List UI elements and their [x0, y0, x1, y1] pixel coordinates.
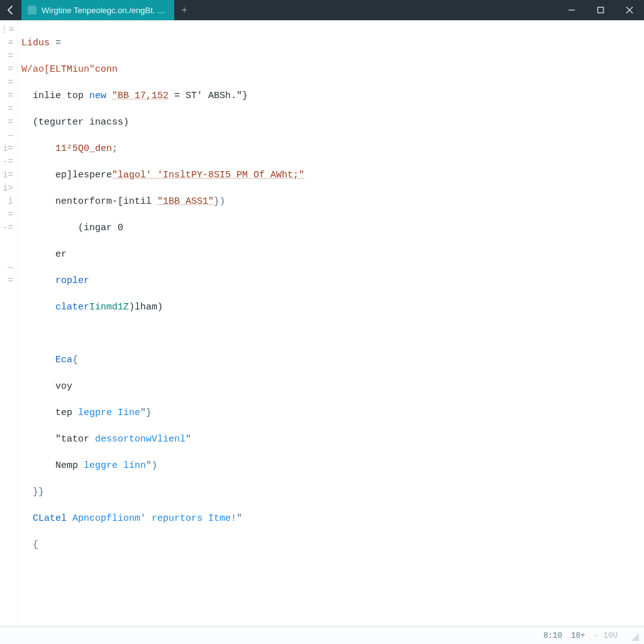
active-tab[interactable]: Wirgtine Tenpeolegc.on./engBt. …	[21, 0, 174, 20]
code-token: CLatel	[33, 513, 72, 524]
gutter-mark: =	[0, 76, 17, 89]
code-token: )lham)	[129, 302, 163, 313]
code-token: = ST' ABSh."}	[169, 91, 248, 101]
code-token: "1BB ASS1"	[157, 196, 214, 207]
maximize-icon	[597, 6, 604, 14]
maximize-button[interactable]	[586, 0, 615, 20]
code-token: inlie top	[33, 91, 89, 101]
gutter-mark: =	[0, 103, 17, 116]
code-token: {	[72, 355, 78, 365]
code-token: conn	[95, 64, 118, 75]
code-token: tep	[55, 408, 78, 418]
tab-title: Wirgtine Tenpeolegc.on./engBt. …	[42, 6, 165, 15]
status-extra: - 10U	[594, 631, 618, 640]
gutter-mark: -=	[0, 221, 17, 235]
code-token: 11²5Q0_den	[55, 143, 112, 154]
gutter-mark: i	[0, 195, 17, 208]
code-token: Lidus	[21, 38, 50, 48]
code-token: ")	[146, 460, 157, 471]
minimize-button[interactable]	[557, 0, 586, 20]
titlebar: Wirgtine Tenpeolegc.on./engBt. … +	[0, 0, 644, 20]
code-token: "tator	[55, 434, 95, 445]
code-token: Eca	[55, 355, 72, 365]
gutter-mark	[0, 235, 17, 248]
gutter-mark: =	[0, 116, 17, 129]
code-token: un"	[78, 64, 95, 75]
status-bar: 8:10 18+ - 10U	[0, 626, 644, 644]
code-token: nentorform-[intil	[55, 196, 157, 207]
gutter-mark: =	[0, 50, 17, 63]
gutter-mark: i=	[0, 142, 17, 155]
code-token: Apncopflionm' repurtors Itme!	[72, 513, 236, 524]
code-token: ropler	[55, 275, 89, 286]
back-button[interactable]	[0, 0, 21, 20]
close-icon	[626, 6, 633, 14]
code-token: (ingar 0	[78, 223, 123, 233]
gutter-mark: i=	[0, 169, 17, 182]
code-token: "lagol' 'InsltPY-8SI5 PM Of AWht;"	[112, 170, 304, 180]
gutter-mark: -=	[0, 155, 17, 169]
gutter-mark: —	[0, 261, 17, 274]
plus-icon: +	[181, 4, 187, 16]
minimize-icon	[568, 6, 575, 14]
code-token: (tegurter inacss)	[33, 117, 129, 128]
code-area[interactable]: Lidus = W/ao[ELTMiun"conn inlie top new …	[18, 21, 644, 626]
svg-rect-1	[598, 8, 604, 13]
code-token: "	[236, 513, 242, 524]
code-token: Nemp	[55, 460, 84, 471]
gutter-mark: =	[0, 274, 17, 287]
gutter-mark: ⋮≡	[0, 23, 17, 36]
code-token: voy	[55, 381, 72, 392]
code-token: "}	[140, 408, 152, 418]
gutter-mark: =	[0, 89, 17, 103]
code-token: new	[89, 91, 112, 101]
code-token: Iinmd1Z	[89, 302, 129, 313]
code-token: leggre linn	[84, 460, 146, 471]
arrow-left-icon	[6, 5, 16, 15]
code-token: dessortonwVlienl	[95, 434, 186, 445]
code-token: ep]lespere	[55, 170, 112, 180]
gutter-mark: i>	[0, 182, 17, 195]
code-token: "BB 17,152	[112, 91, 169, 101]
gutter-mark: =	[0, 208, 17, 221]
window-controls	[557, 0, 644, 20]
gutter-mark	[0, 248, 17, 261]
resize-grip-icon[interactable]	[629, 631, 639, 641]
code-token: legpre Iine	[78, 408, 140, 418]
gutter-mark: ≡	[0, 36, 17, 50]
close-button[interactable]	[615, 0, 644, 20]
gutter-mark: =	[0, 63, 17, 76]
code-token: clater	[55, 302, 89, 313]
editor[interactable]: ⋮≡ ≡ = = = = = = — i= -= i= i> i = -= — …	[0, 20, 644, 626]
code-token: W/ao[	[21, 64, 50, 75]
code-token: ELTMi	[50, 64, 78, 75]
code-token: ;	[112, 143, 118, 154]
code-token: er	[55, 249, 67, 260]
code-token: })	[214, 196, 225, 207]
status-indicator: 18+	[571, 631, 586, 640]
code-token: =	[50, 38, 61, 48]
gutter: ⋮≡ ≡ = = = = = = — i= -= i= i> i = -= — …	[0, 21, 18, 626]
code-token: {	[33, 540, 38, 550]
status-time: 8:10	[543, 631, 562, 640]
tab-favicon-icon	[28, 6, 36, 14]
gutter-mark	[0, 287, 17, 301]
gutter-mark: —	[0, 129, 17, 142]
new-tab-button[interactable]: +	[174, 0, 194, 20]
code-token: "	[186, 434, 191, 445]
code-token: }}	[33, 487, 44, 497]
